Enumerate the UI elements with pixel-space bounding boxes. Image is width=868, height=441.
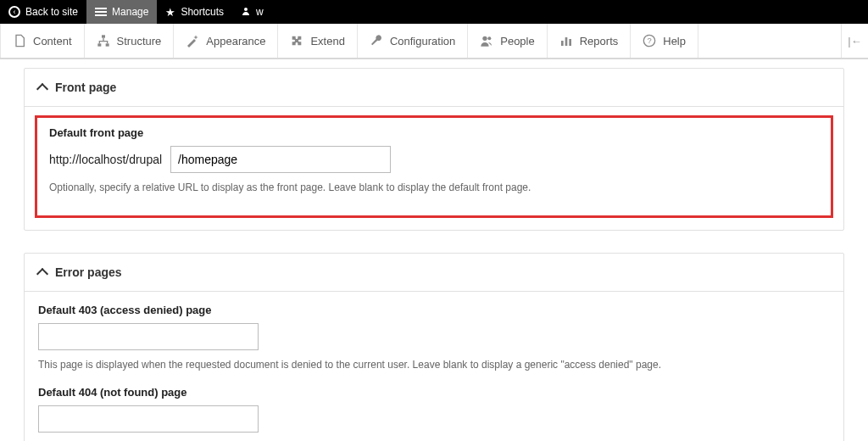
svg-text:?: ?: [648, 36, 652, 45]
user-label: w: [256, 6, 264, 18]
puzzle-icon: [290, 34, 303, 47]
collapse-toolbar-button[interactable]: |←: [841, 24, 868, 58]
menu-label: Content: [33, 35, 72, 47]
svg-point-0: [244, 8, 248, 11]
back-to-site-label: Back to site: [25, 6, 78, 18]
manage-toggle[interactable]: Manage: [86, 0, 157, 24]
admin-menu-extend[interactable]: Extend: [278, 24, 357, 58]
menu-label: People: [500, 35, 534, 47]
collapse-icon: |←: [848, 35, 861, 47]
page-content: Front page Default front page http://loc…: [0, 59, 868, 441]
error-403-field-label: Default 403 (access denied) page: [38, 304, 830, 316]
user-icon: [241, 6, 251, 19]
front-page-title: Front page: [55, 81, 116, 94]
admin-menu-structure[interactable]: Structure: [85, 24, 175, 58]
admin-menu-configuration[interactable]: Configuration: [358, 24, 468, 58]
sitemap-icon: [97, 34, 110, 47]
menu-label: Appearance: [206, 35, 265, 47]
wrench-icon: [370, 34, 383, 47]
front-page-highlight: Default front page http://localhost/drup…: [35, 115, 833, 218]
front-page-panel: Front page Default front page http://loc…: [24, 68, 844, 231]
front-page-url-prefix: http://localhost/drupal: [49, 153, 162, 166]
menu-label: Configuration: [390, 35, 455, 47]
chevron-left-icon: ‹: [8, 6, 20, 18]
error-pages-panel-header[interactable]: Error pages: [25, 254, 843, 292]
hamburger-icon: [95, 8, 107, 16]
error-pages-title: Error pages: [55, 265, 122, 279]
admin-menu-reports[interactable]: Reports: [548, 24, 632, 58]
user-menu[interactable]: w: [232, 0, 272, 24]
svg-rect-3: [105, 43, 108, 46]
menu-label: Structure: [117, 35, 162, 47]
menu-label: Extend: [310, 35, 344, 47]
svg-rect-1: [102, 35, 105, 37]
svg-rect-2: [97, 43, 101, 46]
svg-rect-6: [561, 41, 564, 46]
people-icon: [480, 34, 493, 47]
svg-rect-8: [569, 39, 571, 46]
front-page-input[interactable]: [170, 146, 391, 173]
toolbar-top: ‹ Back to site Manage ★ Shortcuts w: [0, 0, 868, 24]
manage-label: Manage: [112, 6, 148, 18]
admin-menu-help[interactable]: ? Help: [631, 24, 698, 58]
front-page-field-label: Default front page: [49, 126, 819, 139]
menu-label: Help: [663, 35, 686, 47]
menu-label: Reports: [580, 35, 619, 47]
wand-icon: [186, 34, 199, 47]
star-icon: ★: [165, 6, 175, 19]
admin-menu-appearance[interactable]: Appearance: [174, 24, 278, 58]
admin-menu-bar: Content Structure Appearance Extend Conf…: [0, 24, 868, 59]
chevron-up-icon: [36, 83, 48, 95]
error-404-field-label: Default 404 (not found) page: [38, 386, 830, 399]
error-403-help-text: This page is displayed when the requeste…: [38, 359, 830, 371]
back-to-site-link[interactable]: ‹ Back to site: [0, 0, 86, 24]
svg-point-4: [483, 36, 487, 41]
admin-menu-content[interactable]: Content: [0, 24, 85, 58]
shortcuts-label: Shortcuts: [181, 6, 224, 18]
chevron-up-icon: [36, 268, 48, 280]
front-page-help-text: Optionally, specify a relative URL to di…: [49, 181, 819, 193]
front-page-panel-header[interactable]: Front page: [25, 69, 843, 107]
bar-chart-icon: [559, 34, 573, 47]
svg-rect-7: [565, 37, 567, 46]
error-403-input[interactable]: [38, 323, 259, 350]
help-icon: ?: [643, 34, 656, 47]
shortcuts-link[interactable]: ★ Shortcuts: [157, 0, 232, 24]
file-icon: [13, 34, 26, 47]
error-404-input[interactable]: [38, 405, 259, 433]
svg-point-5: [488, 36, 492, 40]
error-pages-panel: Error pages Default 403 (access denied) …: [24, 253, 844, 441]
admin-menu-people[interactable]: People: [468, 24, 547, 58]
